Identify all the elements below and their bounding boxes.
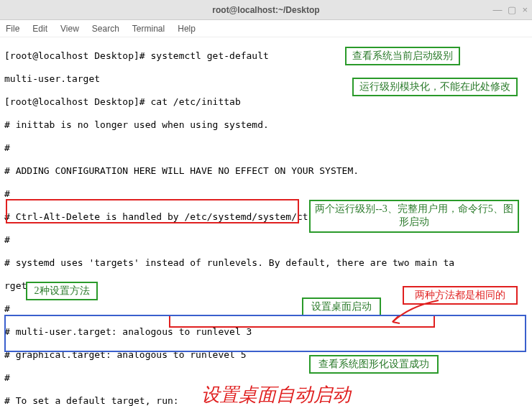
- menu-edit[interactable]: Edit: [32, 24, 47, 34]
- term-line: # inittab is no longer used when using s…: [4, 119, 528, 131]
- annotation-set-desktop: 设置桌面启动: [302, 297, 381, 316]
- annotation-two-methods: 2种设置方法: [26, 282, 98, 300]
- annotation-same-methods: 两种方法都是相同的: [403, 286, 518, 305]
- window-titlebar: root@localhost:~/Desktop — ▢ ×: [0, 0, 532, 20]
- menu-file[interactable]: File: [6, 24, 19, 34]
- menubar: File Edit View Search Terminal Help: [0, 20, 532, 37]
- term-line: # ADDING CONFIGURATION HERE WILL HAVE NO…: [4, 165, 528, 177]
- close-icon[interactable]: ×: [522, 4, 528, 15]
- window-title: root@localhost:~/Desktop: [212, 5, 319, 15]
- maximize-icon[interactable]: ▢: [508, 4, 516, 15]
- highlight-runlevels: [6, 199, 299, 223]
- term-line: #: [4, 303, 528, 315]
- annotation-two-runlevels: 两个运行级别--3、完整用户用，命令行5、图形启动: [309, 200, 519, 233]
- annotation-modular: 运行级别模块化，不能在此处修改: [352, 78, 518, 96]
- term-line: # systemd uses 'targets' instead of runl…: [4, 257, 528, 269]
- menu-help[interactable]: Help: [178, 24, 196, 34]
- window-controls: — ▢ ×: [492, 4, 528, 15]
- highlight-blue-block: [4, 315, 526, 352]
- term-line: #: [4, 234, 528, 246]
- minimize-icon[interactable]: —: [492, 4, 502, 15]
- term-line: #: [4, 188, 528, 200]
- menu-terminal[interactable]: Terminal: [132, 24, 165, 34]
- annotation-success: 查看系统图形化设置成功: [309, 355, 439, 374]
- menu-search[interactable]: Search: [92, 24, 119, 34]
- menu-view[interactable]: View: [60, 24, 79, 34]
- term-line: [root@localhost Desktop]# cat /etc/initt…: [4, 96, 528, 108]
- term-line: #: [4, 142, 528, 154]
- annotation-current-runlevel: 查看系统当前启动级别: [345, 47, 460, 65]
- annotation-big-title: 设置桌面自动启动: [201, 382, 351, 406]
